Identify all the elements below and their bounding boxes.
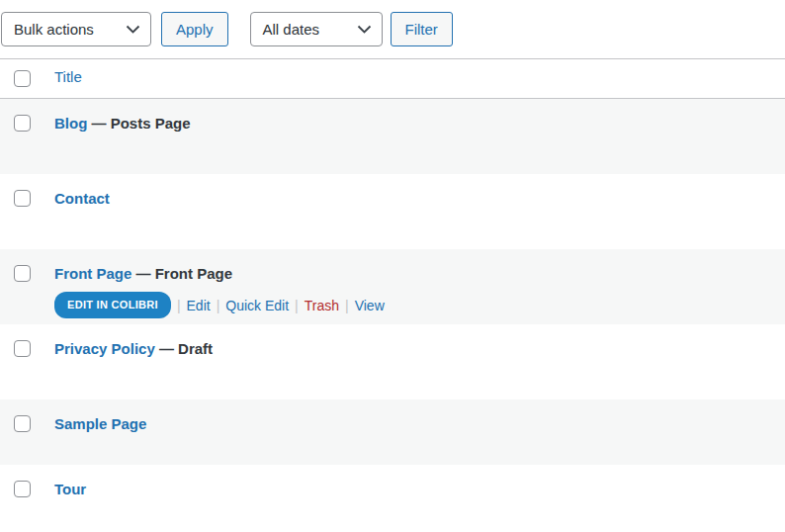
row-checkbox[interactable]: [14, 481, 31, 497]
page-title: Sample Page: [54, 414, 785, 434]
dates-filter-select[interactable]: All dates: [250, 12, 383, 46]
list-table-toolbar: Bulk actions Apply All dates Filter: [0, 0, 785, 58]
title-column-header[interactable]: Title: [54, 68, 82, 85]
page-title-link[interactable]: Blog: [54, 115, 87, 132]
page-title: Blog — Posts Page: [54, 114, 785, 133]
row-checkbox[interactable]: [14, 340, 31, 357]
page-title-link[interactable]: Tour: [54, 481, 86, 497]
page-title: Tour: [54, 480, 785, 499]
page-title-link[interactable]: Front Page: [54, 265, 131, 282]
action-separator: |: [345, 298, 349, 313]
page-title-link[interactable]: Privacy Policy: [54, 340, 155, 357]
quick-edit-link[interactable]: Quick Edit: [225, 298, 289, 313]
row-actions: EDIT IN COLIBRI | Edit | Quick Edit | Tr…: [54, 292, 785, 318]
dates-selected-value: All dates: [263, 21, 320, 38]
apply-button[interactable]: Apply: [161, 12, 228, 46]
chevron-down-icon: [126, 25, 140, 34]
table-row-sample-page: Sample Page: [0, 399, 785, 465]
edit-in-colibri-button[interactable]: EDIT IN COLIBRI: [54, 292, 171, 318]
view-link[interactable]: View: [355, 298, 385, 313]
edit-link[interactable]: Edit: [187, 298, 211, 313]
filter-button[interactable]: Filter: [391, 12, 453, 46]
table-header-row: Title: [0, 59, 785, 99]
row-checkbox[interactable]: [14, 265, 31, 282]
bulk-actions-selected-value: Bulk actions: [14, 21, 94, 38]
row-checkbox[interactable]: [14, 190, 31, 207]
page-title-link[interactable]: Sample Page: [54, 415, 146, 432]
table-row-privacy-policy: Privacy Policy — Draft: [0, 324, 785, 399]
action-separator: |: [295, 298, 299, 313]
page-title-suffix: — Posts Page: [87, 115, 190, 132]
action-separator: |: [177, 298, 181, 313]
pages-list-table: Title Blog — Posts Page Contact Front Pa…: [0, 58, 785, 532]
bulk-actions-select[interactable]: Bulk actions: [1, 12, 151, 46]
chevron-down-icon: [357, 25, 372, 34]
select-all-checkbox[interactable]: [14, 70, 31, 87]
table-row-contact: Contact: [0, 174, 785, 249]
row-checkbox[interactable]: [14, 415, 31, 432]
page-title-suffix: — Draft: [155, 340, 213, 357]
action-separator: |: [217, 298, 220, 313]
page-title-link[interactable]: Contact: [54, 190, 110, 207]
table-row-tour: Tour: [0, 465, 785, 532]
table-row-front-page: Front Page — Front Page EDIT IN COLIBRI …: [0, 249, 785, 324]
page-title-suffix: — Front Page: [131, 265, 232, 282]
page-title: Privacy Policy — Draft: [54, 339, 785, 359]
row-checkbox[interactable]: [14, 115, 31, 132]
page-title: Front Page — Front Page: [54, 264, 785, 284]
table-row-blog: Blog — Posts Page: [0, 99, 785, 174]
page-title: Contact: [54, 189, 785, 209]
trash-link[interactable]: Trash: [305, 298, 339, 313]
